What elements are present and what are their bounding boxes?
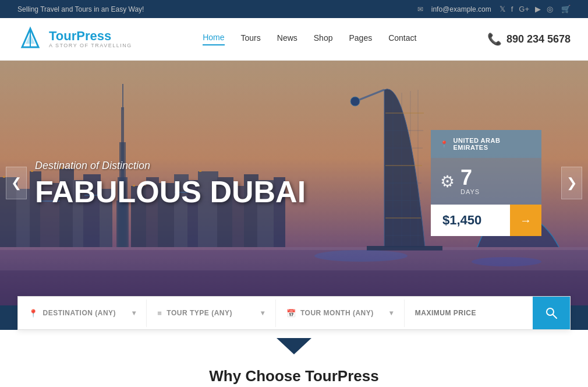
tour-month-chevron-icon: ▾ [389, 309, 394, 317]
search-button[interactable] [533, 297, 570, 329]
top-bar-right: ✉ info@example.com 𝕏 f G+ ▶ ◎ 🛒 [417, 5, 571, 13]
email-link[interactable]: info@example.com [431, 5, 491, 13]
logo-text: TourPress A STORY OF TRAVELLING [49, 30, 132, 48]
destination-chevron-icon: ▾ [132, 309, 136, 317]
svg-point-59 [547, 308, 554, 315]
search-section: 📍 DESTINATION (ANY) ▾ ≡ TOUR TYPE (ANY) … [0, 305, 588, 338]
top-bar-tagline: Selling Travel and Tours in an Easy Way! [17, 5, 144, 13]
phone-icon: 📞 [487, 32, 502, 46]
hero-prev-button[interactable]: ❮ [6, 167, 27, 199]
price-amount: $1,450 [431, 205, 510, 236]
search-icon [546, 307, 557, 319]
top-bar: Selling Travel and Tours in an Easy Way!… [0, 0, 588, 18]
destination-pin-icon: 📍 [29, 309, 38, 318]
main-nav: Home Tours News Shop Pages Contact [203, 33, 416, 45]
destination-dropdown[interactable]: 📍 DESTINATION (ANY) ▾ [18, 300, 147, 327]
svg-line-60 [553, 315, 557, 318]
nav-tours[interactable]: Tours [241, 33, 261, 45]
why-title: Why Choose TourPress [17, 367, 571, 385]
logo-icon [17, 26, 43, 52]
tour-month-icon: 📅 [286, 309, 296, 318]
phone-block: 📞 890 234 5678 [487, 32, 571, 46]
tour-month-dropdown[interactable]: 📅 TOUR MONTH (ANY) ▾ [276, 300, 405, 327]
twitter-icon[interactable]: 𝕏 [500, 5, 505, 13]
youtube-icon[interactable]: ▶ [535, 5, 541, 13]
gear-icon: ⚙ [440, 172, 455, 191]
max-price-input[interactable] [405, 300, 533, 326]
google-plus-icon[interactable]: G+ [519, 5, 529, 13]
nav-news[interactable]: News [277, 33, 297, 45]
nav-shop[interactable]: Shop [314, 33, 333, 45]
tour-type-label: TOUR TYPE (ANY) [167, 309, 232, 317]
nav-pages[interactable]: Pages [349, 33, 372, 45]
tour-card-days: ⚙ 7 DAYS [431, 158, 541, 205]
header: TourPress A STORY OF TRAVELLING Home Tou… [0, 18, 588, 61]
tour-type-chevron-icon: ▾ [261, 309, 265, 317]
phone-number: 890 234 5678 [506, 33, 571, 45]
search-bar: 📍 DESTINATION (ANY) ▾ ≡ TOUR TYPE (ANY) … [17, 296, 571, 330]
hero-subtitle: Destination of Distinction [35, 160, 306, 172]
facebook-icon[interactable]: f [511, 5, 513, 13]
nav-contact[interactable]: Contact [388, 33, 416, 45]
tour-card: 📍 UNITED ARAB EMIRATES ⚙ 7 DAYS $1,450 → [431, 130, 541, 236]
destination-label: DESTINATION (ANY) [43, 309, 116, 317]
logo-name: TourPress [49, 30, 132, 43]
hero-content: Destination of Distinction FABULOUS DUBA… [35, 160, 306, 207]
hero-section: Destination of Distinction FABULOUS DUBA… [0, 61, 588, 305]
logo-tagline: A STORY OF TRAVELLING [49, 43, 132, 48]
logo[interactable]: TourPress A STORY OF TRAVELLING [17, 26, 132, 52]
social-icons: 𝕏 f G+ ▶ ◎ [500, 5, 553, 13]
tour-type-dropdown[interactable]: ≡ TOUR TYPE (ANY) ▾ [147, 300, 275, 327]
tour-month-label: TOUR MONTH (ANY) [300, 309, 374, 317]
email-icon: ✉ [417, 5, 423, 13]
tour-type-icon: ≡ [157, 309, 162, 318]
tour-card-location: 📍 UNITED ARAB EMIRATES [431, 130, 541, 158]
hero-title: FABULOUS DUBAI [35, 177, 306, 207]
hero-next-button[interactable]: ❯ [561, 167, 582, 199]
location-pin-icon: 📍 [440, 140, 449, 148]
nav-home[interactable]: Home [203, 33, 224, 45]
instagram-icon[interactable]: ◎ [547, 5, 553, 13]
tour-card-price: $1,450 → [431, 205, 541, 236]
cart-icon[interactable]: 🛒 [561, 5, 571, 13]
price-arrow-button[interactable]: → [510, 205, 541, 236]
